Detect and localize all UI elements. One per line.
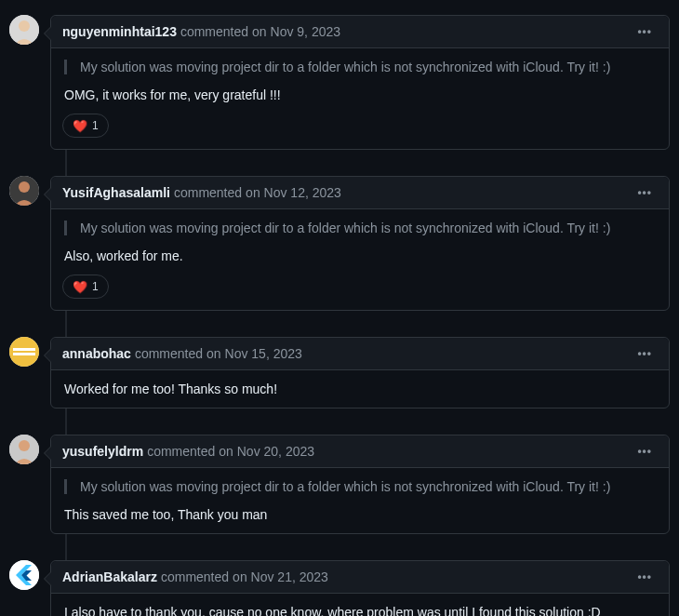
timestamp-link[interactable]: on Nov 15, 2023	[206, 346, 302, 361]
timestamp-link[interactable]: on Nov 9, 2023	[252, 24, 340, 39]
caret-icon	[44, 571, 51, 586]
caret-icon	[44, 348, 51, 363]
comment-box: annabohaccommentedon Nov 15, 2023•••Work…	[50, 337, 670, 408]
quote-block: My solution was moving project dir to a …	[64, 479, 656, 494]
commented-label: commented	[161, 569, 229, 584]
comment-header: nguyenminhtai123commentedon Nov 9, 2023•…	[51, 16, 669, 48]
quote-block: My solution was moving project dir to a …	[64, 60, 656, 74]
comment: yusufelyldrmcommentedon Nov 20, 2023•••M…	[50, 435, 670, 534]
comment-box: yusufelyldrmcommentedon Nov 20, 2023•••M…	[50, 435, 670, 534]
avatar[interactable]	[9, 15, 39, 45]
svg-rect-5	[13, 348, 35, 351]
quote-block: My solution was moving project dir to a …	[64, 221, 656, 235]
svg-point-3	[19, 181, 30, 193]
reaction-emoji: ❤️	[73, 281, 87, 293]
comment-text: Also, worked for me.	[64, 248, 656, 263]
commented-label: commented	[174, 185, 242, 200]
timestamp-link[interactable]: on Nov 20, 2023	[219, 444, 314, 459]
comment-body: My solution was moving project dir to a …	[51, 209, 669, 275]
reaction-emoji: ❤️	[73, 120, 87, 132]
reactions-bar: ❤️1	[51, 275, 669, 310]
comment-body: My solution was moving project dir to a …	[51, 48, 669, 114]
caret-icon	[44, 26, 51, 41]
caret-icon	[44, 446, 51, 461]
comment-header: YusifAghasalamlicommentedon Nov 12, 2023…	[51, 177, 669, 209]
comment-text: I also have to thank you, cause no one k…	[64, 605, 656, 616]
reaction-button[interactable]: ❤️1	[62, 114, 109, 138]
commented-label: commented	[147, 444, 215, 459]
author-link[interactable]: yusufelyldrm	[62, 444, 143, 459]
comment-header: yusufelyldrmcommentedon Nov 20, 2023•••	[51, 435, 669, 468]
avatar[interactable]	[9, 435, 39, 464]
reaction-button[interactable]: ❤️1	[62, 275, 109, 299]
comment-box: nguyenminhtai123commentedon Nov 9, 2023•…	[50, 15, 670, 150]
author-link[interactable]: YusifAghasalamli	[62, 185, 170, 200]
kebab-menu-icon[interactable]: •••	[632, 184, 658, 201]
kebab-menu-icon[interactable]: •••	[632, 345, 658, 362]
kebab-menu-icon[interactable]: •••	[632, 443, 658, 460]
comment-box: AdrianBakalarzcommentedon Nov 21, 2023••…	[50, 560, 670, 616]
quote-text: My solution was moving project dir to a …	[80, 479, 656, 494]
quote-text: My solution was moving project dir to a …	[80, 221, 656, 235]
reactions-bar: ❤️1	[51, 114, 669, 149]
comment-text: This saved me too, Thank you man	[64, 507, 656, 522]
quote-text: My solution was moving project dir to a …	[80, 60, 656, 74]
comment: AdrianBakalarzcommentedon Nov 21, 2023••…	[50, 560, 670, 616]
avatar[interactable]	[9, 560, 39, 590]
timeline: nguyenminhtai123commentedon Nov 9, 2023•…	[50, 15, 670, 616]
author-link[interactable]: nguyenminhtai123	[62, 24, 177, 39]
comment-header: annabohaccommentedon Nov 15, 2023•••	[51, 338, 669, 370]
svg-rect-6	[13, 353, 35, 355]
avatar[interactable]	[9, 176, 39, 206]
svg-point-8	[19, 440, 30, 451]
timestamp-link[interactable]: on Nov 12, 2023	[246, 185, 341, 200]
reaction-count: 1	[92, 119, 99, 132]
comment: nguyenminhtai123commentedon Nov 9, 2023•…	[50, 15, 670, 150]
comment-text: Worked for me too! Thanks so much!	[64, 382, 656, 396]
reaction-count: 1	[92, 280, 99, 293]
kebab-menu-icon[interactable]: •••	[632, 23, 658, 40]
comment-header: AdrianBakalarzcommentedon Nov 21, 2023••…	[51, 561, 669, 594]
kebab-menu-icon[interactable]: •••	[632, 569, 658, 585]
avatar[interactable]	[9, 337, 39, 367]
comment-body: I also have to thank you, cause no one k…	[51, 594, 669, 616]
comment-body: My solution was moving project dir to a …	[51, 468, 669, 533]
svg-rect-4	[9, 337, 39, 367]
timestamp-link[interactable]: on Nov 21, 2023	[233, 569, 328, 584]
comment-body: Worked for me too! Thanks so much!	[51, 370, 669, 408]
svg-point-1	[19, 20, 30, 32]
author-link[interactable]: annabohac	[62, 346, 131, 361]
comment-text: OMG, it works for me, very grateful !!!	[64, 87, 656, 102]
commented-label: commented	[180, 24, 248, 39]
author-link[interactable]: AdrianBakalarz	[62, 569, 157, 584]
comment: YusifAghasalamlicommentedon Nov 12, 2023…	[50, 176, 670, 311]
comment: annabohaccommentedon Nov 15, 2023•••Work…	[50, 337, 670, 408]
comment-box: YusifAghasalamlicommentedon Nov 12, 2023…	[50, 176, 670, 311]
commented-label: commented	[135, 346, 203, 361]
caret-icon	[44, 187, 51, 202]
